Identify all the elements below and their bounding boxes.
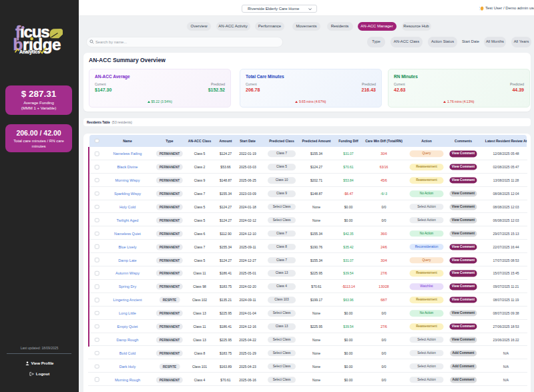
svg-text:Analytics: Analytics	[19, 49, 40, 55]
